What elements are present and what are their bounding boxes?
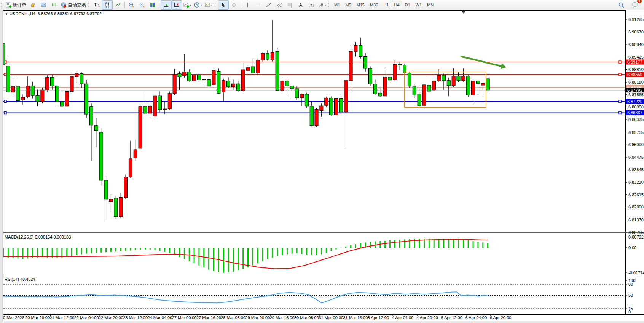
templates-button[interactable]: ▾ — [203, 0, 214, 10]
date-tick-label: 27 Mar 16:00 — [196, 315, 221, 320]
candle-body — [452, 76, 455, 86]
candlestick-chart-button[interactable] — [102, 0, 113, 10]
text-tool[interactable]: A — [295, 0, 306, 10]
chart-canvas[interactable]: 6.912856.906706.900406.894256.888106.881… — [0, 0, 644, 323]
date-tick-label: 29 Mar 16:00 — [270, 315, 295, 320]
new-order-icon — [5, 2, 11, 8]
chart-window-icon — [40, 2, 46, 8]
line-handle[interactable] — [619, 111, 621, 114]
candle-body — [236, 84, 240, 91]
tf-h4-button[interactable]: H4 — [392, 1, 402, 9]
candle-body — [139, 107, 142, 148]
candle-body — [472, 81, 475, 95]
date-tick-label: 20 Mar 2023 — [1, 315, 24, 320]
autotrading-icon — [61, 2, 67, 8]
periods-button[interactable]: ▾ — [193, 0, 203, 10]
candle-body — [476, 81, 480, 83]
candle-body — [21, 97, 24, 100]
price-tick-label: 6.89425 — [628, 55, 644, 59]
candle-body — [349, 51, 352, 81]
bar-chart-button[interactable] — [91, 0, 102, 10]
fibonacci-tool[interactable]: F — [285, 0, 295, 10]
chart-menu-arrow-icon[interactable]: ▼ — [5, 13, 8, 16]
date-tick-label: 3 Apr 12:00 — [368, 315, 389, 320]
broadcast-icon — [51, 2, 57, 8]
chat-unread-badge: 1 — [637, 0, 642, 3]
crosshair-button[interactable] — [229, 0, 239, 10]
line-handle[interactable] — [619, 100, 621, 103]
candle-body — [143, 107, 147, 113]
date-tick-label: 22 Mar 04:00 — [74, 315, 99, 320]
indicators-button[interactable]: ▾ — [182, 0, 193, 10]
candle-body — [383, 77, 387, 96]
candle-body — [217, 71, 220, 93]
candle-body — [178, 74, 181, 77]
toolbar-grip[interactable] — [328, 2, 331, 8]
rsi-axis-label: 80 — [628, 282, 633, 286]
chart-shift-icon — [174, 2, 180, 8]
channel-tool[interactable]: E — [274, 0, 285, 10]
candle-body — [334, 99, 338, 115]
candle-body — [46, 77, 49, 90]
zoom-in-button[interactable] — [126, 0, 137, 10]
tf-h1-button[interactable]: H1 — [381, 1, 391, 9]
line-handle[interactable] — [4, 73, 6, 76]
clock-icon — [194, 2, 200, 8]
new-order-button[interactable]: 新订单 — [4, 0, 27, 10]
tf-m30-button[interactable]: M30 — [368, 1, 380, 9]
line-handle[interactable] — [4, 111, 6, 114]
crosshair-icon — [231, 2, 237, 8]
trendline-tool[interactable] — [263, 0, 274, 10]
arrows-tool[interactable]: ▾ — [317, 0, 327, 10]
tf-m5-button[interactable]: M5 — [343, 1, 353, 9]
candle-body — [16, 86, 20, 101]
candle-body — [359, 45, 362, 56]
tf-m1-button[interactable]: M1 — [332, 1, 342, 9]
search-button[interactable] — [616, 0, 626, 10]
tf-w1-button[interactable]: W1 — [413, 1, 424, 9]
profile-button[interactable] — [27, 0, 38, 10]
chat-button[interactable]: 1 — [630, 0, 640, 10]
candle-body — [281, 81, 284, 90]
auto-scroll-icon — [163, 2, 169, 8]
broadcast-button[interactable] — [49, 0, 59, 10]
line-handle[interactable] — [619, 73, 621, 76]
candle-body — [153, 96, 157, 116]
autotrading-button[interactable]: 自动交易 — [59, 0, 87, 10]
candle-body — [36, 95, 39, 102]
rsi-axis-label: 0 — [628, 310, 631, 314]
symbol-header[interactable]: ▼USDCNH-,H4 6.88266 6.88351 6.87792 6.87… — [5, 11, 102, 16]
candle-body — [339, 99, 343, 112]
horizontal-line-tool[interactable] — [253, 0, 263, 10]
text-label-tool[interactable]: T — [306, 0, 317, 10]
toolbar-grip[interactable] — [1, 2, 3, 8]
autotrading-label: 自动交易 — [68, 2, 86, 8]
candle-body — [305, 94, 308, 106]
cursor-button[interactable] — [218, 0, 229, 10]
tf-mn-button[interactable]: MN — [425, 1, 436, 9]
charts-window-button[interactable] — [38, 0, 49, 10]
date-tick-label: 20 Mar 20:00 — [25, 315, 50, 320]
toolbar-grip[interactable] — [215, 2, 217, 8]
candle-body — [70, 77, 73, 92]
tf-d1-button[interactable]: D1 — [403, 1, 413, 9]
auto-scroll-button[interactable] — [161, 0, 171, 10]
dropdown-caret: ▾ — [190, 3, 191, 7]
vertical-line-tool[interactable] — [242, 0, 253, 10]
zoom-out-button[interactable] — [137, 0, 147, 10]
toolbar-grip[interactable] — [88, 2, 91, 8]
tile-windows-button[interactable] — [147, 0, 158, 10]
toolbar-separator — [124, 2, 125, 8]
candle-body — [427, 85, 431, 91]
channel-icon: E — [276, 2, 282, 8]
line-handle[interactable] — [4, 100, 6, 103]
chart-shift-button[interactable] — [171, 0, 182, 10]
line-chart-button[interactable] — [113, 0, 123, 10]
tf-m15-button[interactable]: M15 — [354, 1, 367, 9]
candle-body — [486, 79, 489, 90]
date-tick-label: 28 Mar 08:00 — [221, 315, 245, 320]
line-handle[interactable] — [619, 61, 621, 63]
macd-indicator-label: MACD(12,26,9) 0.000154 0.000183 — [5, 235, 71, 239]
date-tick-label: 6 Apr 04:00 — [465, 315, 487, 320]
gold-profile-icon — [30, 2, 36, 8]
